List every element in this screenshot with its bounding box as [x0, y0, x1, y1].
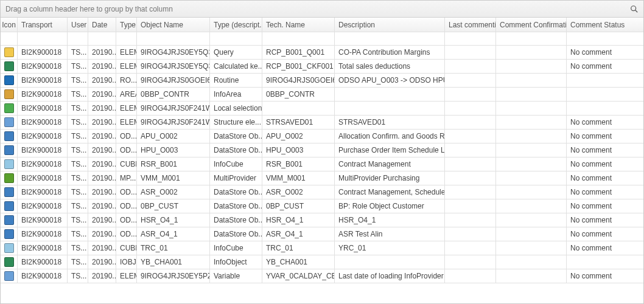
- table-row[interactable]: BI2K900018TS...20190...ELEM9IROG4JRJS0EY…: [1, 46, 643, 60]
- cell: [445, 102, 496, 115]
- table-row[interactable]: BI2K900018TS...20190...RO...9IROG4JRJS0G…: [1, 74, 643, 88]
- filter-last-comment[interactable]: [446, 33, 494, 44]
- cell: 20190...: [88, 269, 116, 283]
- cell: OD...: [116, 130, 137, 143]
- filter-description[interactable]: [336, 33, 443, 44]
- cell: [567, 74, 643, 87]
- cell: TS...: [68, 171, 88, 185]
- cell: OD...: [116, 213, 137, 227]
- cell: [445, 157, 496, 171]
- filter-icon[interactable]: [2, 33, 16, 44]
- cell: No comment: [567, 185, 643, 199]
- cell: 20190...: [88, 241, 116, 255]
- table-row[interactable]: BI2K900018TS...20190...MP...VMM_M001Mult…: [1, 171, 643, 185]
- table-row[interactable]: BI2K900018TS...20190...OD...HSR_O4_1Data…: [1, 213, 643, 227]
- cell: 20190...: [88, 185, 116, 199]
- cell: RSR_B001: [137, 157, 210, 171]
- table-row[interactable]: BI2K900018TS...20190...OD...ASR_O002Data…: [1, 185, 643, 199]
- cell: 20190...: [88, 171, 116, 185]
- cell: TS...: [68, 185, 88, 199]
- cell: 9IROG4JRJS0F241W...: [137, 116, 210, 129]
- header-date[interactable]: Date: [88, 18, 116, 32]
- header-type[interactable]: Type: [116, 18, 137, 32]
- cell: Calculated ke...: [210, 60, 262, 73]
- cell: No comment: [567, 157, 643, 171]
- filter-type[interactable]: [117, 33, 135, 44]
- cell: [1, 171, 18, 185]
- cell: [1, 143, 18, 157]
- table-row[interactable]: BI2K900018TS...20190...OD...ASR_O4_1Data…: [1, 227, 643, 241]
- cell: [1, 46, 18, 59]
- table-row[interactable]: BI2K900018TS...20190...CUBETRC_01InfoCub…: [1, 241, 643, 255]
- table-row[interactable]: BI2K900018TS...20190...IOBJYB_CHA001Info…: [1, 255, 643, 269]
- table-row[interactable]: BI2K900018TS...20190...ELEM9IROG4JRJS0F2…: [1, 102, 643, 116]
- header-description[interactable]: Description: [335, 18, 445, 32]
- table-row[interactable]: BI2K900018TS...20190...OD...HPU_O003Data…: [1, 143, 643, 157]
- header-last-comment[interactable]: Last commenti...: [445, 18, 496, 32]
- header-icon[interactable]: Icon: [1, 18, 18, 32]
- filter-object-name[interactable]: [138, 33, 208, 44]
- group-by-hint: Drag a column header here to group by th…: [5, 5, 173, 13]
- table-row[interactable]: BI2K900018TS...20190...ELEM9IROG4JRJS0F2…: [1, 116, 643, 130]
- cell: ASR Test Alin: [335, 227, 445, 241]
- cell: APU_O002: [262, 130, 335, 143]
- cell: CUBE: [116, 157, 137, 171]
- table-row[interactable]: BI2K900018TS...20190...AREA0BBP_CONTRInf…: [1, 88, 643, 102]
- cell: TS...: [68, 227, 88, 241]
- dso-icon: [4, 131, 14, 141]
- filter-user[interactable]: [69, 33, 86, 44]
- filter-type-desc[interactable]: [211, 33, 261, 44]
- cell: HSR_O4_1: [335, 213, 445, 227]
- mprov-icon: [4, 173, 14, 183]
- cell: TS...: [68, 116, 88, 129]
- table-row[interactable]: BI2K900018TS...20190...CUBERSR_B001InfoC…: [1, 157, 643, 171]
- filter-comment-confirm[interactable]: [497, 33, 565, 44]
- header-user[interactable]: User: [68, 18, 88, 32]
- header-comment-status[interactable]: Comment Status: [567, 18, 643, 32]
- group-by-panel[interactable]: Drag a column header here to group by th…: [1, 1, 643, 18]
- table-row[interactable]: BI2K900018TS...20190...OD...APU_O002Data…: [1, 130, 643, 143]
- cell: [1, 116, 18, 129]
- cell: [567, 102, 643, 115]
- cell: No comment: [567, 143, 643, 157]
- cell: [496, 102, 567, 115]
- cell: No comment: [567, 46, 643, 59]
- cell: TS...: [68, 46, 88, 59]
- table-row[interactable]: BI2K900018TS...20190...ELEM9IROG4JRJS0EY…: [1, 60, 643, 74]
- cell: TS...: [68, 74, 88, 87]
- cell: AREA: [116, 88, 137, 101]
- search-icon[interactable]: [630, 5, 639, 13]
- cell: 20190...: [88, 130, 116, 143]
- filter-transport[interactable]: [19, 33, 66, 44]
- filter-date[interactable]: [89, 33, 114, 44]
- header-object-name[interactable]: Object Name: [137, 18, 210, 32]
- cell: MultiProvider: [210, 171, 262, 185]
- cell: No comment: [567, 241, 643, 255]
- header-comment-confirm[interactable]: Comment Confirmation: [496, 18, 567, 32]
- cell: HPU_O003: [137, 143, 210, 157]
- cell: [445, 213, 496, 227]
- cell: Allocation Confirm. and Goods Re...: [335, 130, 445, 143]
- table-row[interactable]: BI2K900018TS...20190...ELEM9IROG4JRJS0EY…: [1, 269, 643, 283]
- cell: DataStore Ob...: [210, 143, 262, 157]
- filter-comment-status[interactable]: [568, 33, 642, 44]
- cell: No comment: [567, 269, 643, 283]
- cell: BI2K900018: [18, 241, 68, 255]
- header-tech-name[interactable]: Tech. Name: [262, 18, 335, 32]
- localSel-icon: [4, 103, 14, 113]
- header-transport[interactable]: Transport: [18, 18, 68, 32]
- cell: 20190...: [88, 227, 116, 241]
- table-row[interactable]: BI2K900018TS...20190...OD...0BP_CUSTData…: [1, 199, 643, 213]
- filter-tech-name[interactable]: [264, 33, 333, 44]
- cell: YRC_01: [335, 241, 445, 255]
- cell: 9IROG4JRJS0EY5Q3...: [137, 60, 210, 73]
- header-type-desc[interactable]: Type (descript...: [210, 18, 262, 32]
- svg-point-0: [631, 5, 636, 10]
- cell: [567, 88, 643, 101]
- cell: 20190...: [88, 213, 116, 227]
- cell: OD...: [116, 199, 137, 213]
- dso-icon: [4, 187, 14, 197]
- cell: [262, 102, 335, 115]
- cell: STRSAVED01: [262, 116, 335, 129]
- cell: DataStore Ob...: [210, 199, 262, 213]
